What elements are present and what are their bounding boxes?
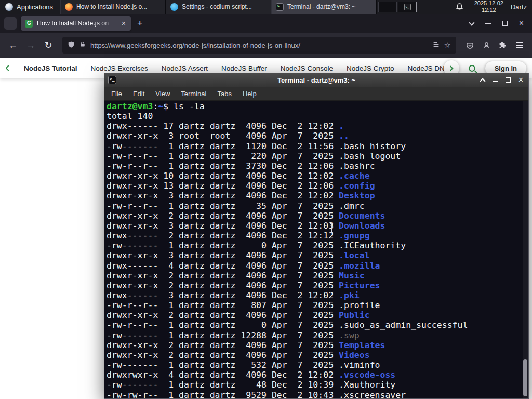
- mouse-cursor: [331, 224, 332, 232]
- ls-row: drwxr-xr-x 3 dartz dartz 4096 Dec 2 12:0…: [107, 191, 528, 201]
- tab-close-icon[interactable]: ×: [121, 19, 127, 28]
- terminal-icon: [276, 3, 284, 11]
- nav-item-nodejs-crypto[interactable]: NodeJS Crypto: [347, 64, 394, 72]
- nav-item-nodejs-tutorial[interactable]: NodeJS Tutorial: [24, 64, 77, 72]
- ls-row: -rw-r--r-- 1 dartz dartz 807 Apr 7 2025 …: [107, 300, 528, 310]
- forward-button[interactable]: →: [23, 37, 38, 53]
- url-text[interactable]: https://www.geeksforgeeks.org/node-js/in…: [90, 42, 428, 49]
- reload-button[interactable]: ↻: [41, 37, 56, 53]
- taskbar-button-codium[interactable]: Settings - codium script...: [166, 0, 271, 14]
- ls-row: drwxr-xr-x 2 dartz dartz 4096 Apr 7 2025…: [107, 211, 528, 221]
- terminal-titlebar-icon: [108, 76, 116, 84]
- terminal-close-button[interactable]: ×: [518, 76, 523, 84]
- notification-bell-icon[interactable]: [453, 0, 467, 14]
- ls-row: drwx------ 4 dartz dartz 4096 Apr 7 2025…: [107, 261, 528, 271]
- firefox-view-icon[interactable]: [4, 17, 17, 30]
- taskbar-window-buttons: How to Install Node.js o...Settings - co…: [60, 0, 377, 14]
- terminal-window-controls: ×: [481, 73, 523, 87]
- extensions-puzzle-icon[interactable]: [496, 38, 510, 52]
- ls-row: drwxr-xr-x 3 dartz dartz 4096 Dec 2 12:0…: [107, 221, 528, 231]
- top-panel: Applications How to Install Node.js o...…: [0, 0, 532, 14]
- terminal-mini-icon: >_: [404, 4, 411, 10]
- nav-item-nodejs-dns[interactable]: NodeJS DNS: [408, 64, 449, 72]
- taskbar-button-title: How to Install Node.js o...: [76, 3, 161, 10]
- menu-tabs[interactable]: Tabs: [217, 90, 231, 98]
- applications-icon: [5, 3, 13, 11]
- taskbar-button-title: Terminal - dartz@vm3: ~: [287, 3, 372, 10]
- ls-row: -rw------- 1 dartz dartz 48 Dec 2 10:39 …: [107, 380, 528, 390]
- window-controls: ×: [470, 19, 528, 28]
- nav-item-nodejs-exercises[interactable]: NodeJS Exercises: [91, 64, 148, 72]
- menu-view[interactable]: View: [155, 90, 170, 98]
- url-bar[interactable]: https://www.geeksforgeeks.org/node-js/in…: [62, 37, 456, 54]
- clock-time: 12:12: [482, 7, 496, 14]
- tracking-shield-icon[interactable]: [68, 41, 75, 50]
- tab-strip: How to Install Node.js on × + ×: [0, 14, 532, 33]
- ls-row: -rw-r--r-- 1 dartz dartz 35 Apr 7 2025 .…: [107, 201, 528, 211]
- desktop-root: Applications How to Install Node.js o...…: [0, 0, 532, 399]
- applications-label: Applications: [17, 3, 53, 11]
- terminal-screen[interactable]: dartz@vm3:~$ ls -latotal 140drwx------ 1…: [104, 101, 528, 398]
- ls-row: -rw------- 1 dartz dartz 532 Apr 7 2025 …: [107, 360, 528, 370]
- browser-close-button[interactable]: ×: [519, 19, 524, 28]
- browser-toolbar: ← → ↻ https://www.geeksforgeeks.org/node…: [0, 33, 532, 58]
- nav-scroll-left-icon[interactable]: [6, 65, 11, 71]
- browser-maximize-button[interactable]: [502, 21, 508, 26]
- taskbar-button-firefox[interactable]: How to Install Node.js o...: [60, 0, 166, 14]
- menu-help[interactable]: Help: [243, 90, 257, 98]
- ls-row: -rw-r--r-- 1 dartz dartz 220 Apr 7 2025 …: [107, 151, 528, 161]
- ls-row: drwxr-xr-x 2 dartz dartz 4096 Apr 7 2025…: [107, 350, 528, 360]
- ls-row: -rw-r--r-- 1 dartz dartz 0 Apr 7 2025 .s…: [107, 320, 528, 330]
- pocket-icon[interactable]: [462, 38, 477, 52]
- new-tab-button[interactable]: +: [135, 18, 145, 29]
- account-icon[interactable]: [479, 38, 494, 52]
- workspace-1[interactable]: [378, 2, 397, 12]
- taskbar-button-title: Settings - codium script...: [182, 3, 267, 10]
- workspace-switcher: >_: [378, 2, 417, 12]
- ls-row: -rw------- 1 dartz dartz 1120 Dec 2 11:5…: [107, 141, 528, 151]
- nav-item-nodejs-assert[interactable]: NodeJS Assert: [162, 64, 208, 72]
- menu-file[interactable]: File: [111, 90, 122, 98]
- ls-row: drwxrwxr-x 4 dartz dartz 4096 Dec 2 12:0…: [107, 370, 528, 380]
- browser-tab-active[interactable]: How to Install Node.js on ×: [21, 16, 131, 31]
- nav-item-nodejs-buffer[interactable]: NodeJS Buffer: [221, 64, 267, 72]
- panel-status-area: 2025-12-02 12:12 Dartz: [453, 0, 532, 14]
- panel-clock[interactable]: 2025-12-02 12:12: [474, 0, 503, 13]
- terminal-shade-button[interactable]: [480, 78, 485, 84]
- clock-date: 2025-12-02: [474, 0, 503, 7]
- reader-mode-icon[interactable]: [433, 41, 440, 50]
- terminal-scrollbar[interactable]: [523, 101, 528, 398]
- ls-row: drwxr-xr-x 13 dartz dartz 4096 Dec 2 12:…: [107, 181, 528, 191]
- terminal-maximize-button[interactable]: [506, 77, 511, 83]
- bookmark-star-icon[interactable]: ☆: [444, 41, 451, 50]
- taskbar-button-terminal[interactable]: Terminal - dartz@vm3: ~: [271, 0, 377, 14]
- scrollbar-thumb[interactable]: [523, 359, 527, 396]
- ls-row: drwx------ 17 dartz dartz 4096 Dec 2 12:…: [107, 121, 528, 131]
- menu-edit[interactable]: Edit: [133, 90, 144, 98]
- ls-row: drwxr-xr-x 3 root root 4096 Apr 7 2025 .…: [107, 131, 528, 141]
- nav-item-nodejs-console[interactable]: NodeJS Console: [281, 64, 333, 72]
- lock-icon[interactable]: [79, 41, 86, 50]
- applications-menu-button[interactable]: Applications: [0, 0, 58, 14]
- ls-row: drwxr-xr-x 2 dartz dartz 4096 Apr 7 2025…: [107, 340, 528, 350]
- total-line: total 140: [107, 111, 528, 121]
- ls-row: -rw-rw-r-- 1 dartz dartz 9529 Dec 2 10:4…: [107, 390, 528, 398]
- back-button[interactable]: ←: [5, 37, 21, 53]
- ls-row: drwx------ 3 dartz dartz 4096 Dec 2 12:0…: [107, 290, 528, 300]
- list-all-tabs-icon[interactable]: [469, 20, 474, 25]
- gfg-favicon: [25, 20, 33, 28]
- menu-hamburger-icon[interactable]: [512, 38, 527, 52]
- terminal-window: Terminal - dartz@vm3: ~ × FileEditViewTe…: [104, 73, 529, 399]
- terminal-minimize-button[interactable]: [493, 81, 498, 82]
- prompt-line: dartz@vm3:~$ ls -la: [107, 101, 528, 111]
- terminal-titlebar[interactable]: Terminal - dartz@vm3: ~ ×: [104, 73, 528, 87]
- session-user-label[interactable]: Dartz: [511, 3, 527, 11]
- ls-row: -rw------- 1 dartz dartz 12288 Apr 7 202…: [107, 330, 528, 340]
- ls-row: drwx------ 2 dartz dartz 4096 Dec 2 12:1…: [107, 231, 528, 241]
- browser-minimize-button[interactable]: [485, 23, 491, 24]
- workspace-2-active[interactable]: >_: [398, 2, 417, 12]
- ls-row: -rw-r--r-- 1 dartz dartz 3730 Dec 2 12:0…: [107, 161, 528, 171]
- menu-terminal[interactable]: Terminal: [181, 90, 206, 98]
- ls-row: drwxr-xr-x 2 dartz dartz 4096 Apr 7 2025…: [107, 281, 528, 290]
- search-icon[interactable]: [469, 65, 475, 72]
